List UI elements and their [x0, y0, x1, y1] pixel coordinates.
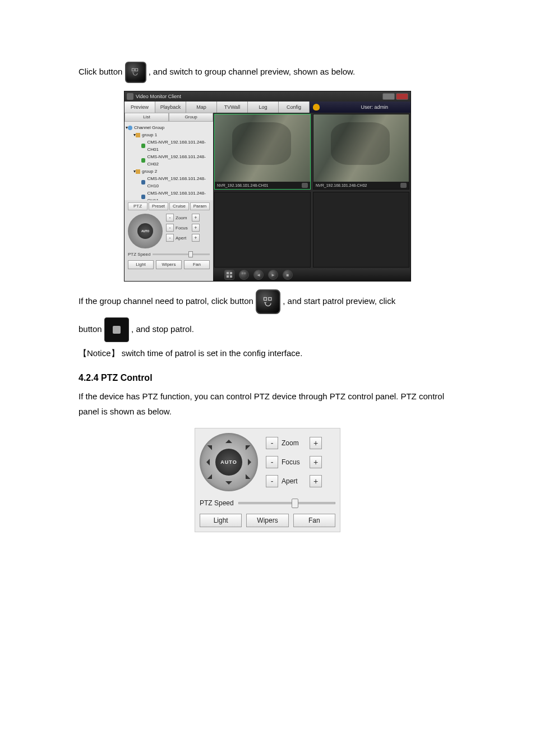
- video-feed: [313, 114, 409, 182]
- user-icon: [313, 104, 320, 110]
- tab-log[interactable]: Log: [248, 102, 279, 113]
- patrol-stop-icon: [104, 317, 129, 342]
- ptz-panel-mini: PTZ Preset Cruise Param AUTO -Zoom+ -Foc…: [124, 200, 213, 281]
- zoom-out-button[interactable]: -: [266, 437, 278, 449]
- ptz-tab-preset[interactable]: Preset: [149, 202, 168, 210]
- svg-rect-1: [135, 68, 138, 71]
- video-tile-3[interactable]: [214, 192, 311, 268]
- group-switch-icon: [125, 62, 146, 83]
- apert-label: Apert: [282, 477, 306, 485]
- fan-button[interactable]: Fan: [293, 514, 335, 527]
- focus-label: Focus: [176, 225, 190, 231]
- tree-item[interactable]: CMS-NVR_192.168.101.248-CH11: [126, 190, 212, 200]
- user-label: User: admin: [361, 104, 388, 110]
- tree-group-1[interactable]: ▾ group 1: [126, 131, 212, 139]
- wipers-button[interactable]: Wipers: [246, 514, 288, 527]
- apert-label: Apert: [176, 236, 190, 241]
- sidebar-tab-list[interactable]: List: [124, 113, 169, 122]
- light-button[interactable]: Light: [200, 514, 242, 527]
- prev-button[interactable]: ◄: [253, 270, 264, 280]
- ptz-speed-label: PTZ Speed: [200, 499, 234, 507]
- ptz-upleft-button[interactable]: [207, 441, 217, 450]
- tree-group-2[interactable]: ▾ group 2: [126, 168, 212, 175]
- zoom-out-button[interactable]: -: [166, 214, 174, 222]
- world-icon: [128, 126, 132, 130]
- light-button[interactable]: Light: [128, 260, 154, 269]
- ptz-dpad[interactable]: AUTO: [128, 214, 163, 248]
- paragraph: Click button , and switch to group chann…: [79, 62, 456, 83]
- ptz-tab-ptz[interactable]: PTZ: [128, 202, 147, 210]
- ptz-auto-button[interactable]: AUTO: [215, 449, 242, 476]
- minimize-button[interactable]: [382, 93, 395, 100]
- ptz-tab-param[interactable]: Param: [190, 202, 210, 210]
- ptz-auto-button[interactable]: AUTO: [137, 223, 153, 239]
- focus-label: Focus: [282, 458, 306, 466]
- slider-thumb[interactable]: [292, 499, 298, 508]
- sidebar: List Group ▾ Channel Group ▾ group 1 CMS…: [124, 113, 213, 281]
- wipers-button[interactable]: Wipers: [156, 260, 182, 269]
- text-after-icon: , and switch to group channel preview, s…: [149, 67, 356, 76]
- paragraph-patrol: If the group channel need to patrol, cli…: [79, 289, 456, 314]
- record-icon[interactable]: [400, 183, 407, 188]
- close-button[interactable]: [396, 93, 408, 100]
- svg-rect-8: [264, 298, 267, 301]
- fan-button[interactable]: Fan: [184, 260, 210, 269]
- focus-in-button[interactable]: +: [310, 456, 322, 468]
- video-tile-2[interactable]: NVR_192.168.101.248-CH02: [313, 114, 409, 190]
- ptz-dpad: AUTO: [200, 433, 258, 491]
- channel-tree: ▾ Channel Group ▾ group 1 CMS-NVR_192.16…: [124, 122, 213, 200]
- app-window: Video Monitor Client Preview Playback Ma…: [124, 91, 411, 282]
- titlebar: Video Monitor Client: [124, 91, 411, 102]
- ptz-up-button[interactable]: [225, 436, 232, 443]
- apert-in-button[interactable]: +: [310, 475, 322, 487]
- apert-out-button[interactable]: -: [266, 475, 278, 487]
- tree-root[interactable]: ▾ Channel Group: [126, 124, 212, 131]
- zoom-in-button[interactable]: +: [192, 214, 200, 222]
- focus-out-button[interactable]: -: [166, 224, 174, 232]
- ptz-intro-paragraph: If the device has PTZ function, you can …: [79, 389, 456, 419]
- tab-preview[interactable]: Preview: [124, 102, 155, 113]
- camera-icon: [141, 195, 145, 199]
- ptz-speed-label: PTZ Speed: [128, 252, 150, 257]
- patrol-start-icon: [256, 289, 280, 314]
- section-heading-ptz: 4.2.4 PTZ Control: [79, 373, 456, 383]
- record-icon[interactable]: [302, 183, 308, 188]
- user-area: User: admin: [310, 102, 411, 113]
- next-button[interactable]: ►: [268, 270, 278, 280]
- stop-button[interactable]: ■: [283, 270, 293, 280]
- group-patrol-button[interactable]: [239, 270, 249, 280]
- ptz-downleft-button[interactable]: [207, 474, 217, 484]
- tab-playback[interactable]: Playback: [155, 102, 186, 113]
- tree-item[interactable]: CMS-NVR_192.168.101.248-CH01: [126, 139, 212, 153]
- ptz-tab-cruise[interactable]: Cruise: [169, 202, 189, 210]
- apert-out-button[interactable]: -: [166, 234, 174, 242]
- camera-icon: [141, 144, 145, 148]
- tab-tvwall[interactable]: TVWall: [217, 102, 248, 113]
- ptz-speed-slider[interactable]: [238, 502, 335, 504]
- sidebar-tab-group[interactable]: Group: [169, 113, 213, 122]
- main-menu: Preview Playback Map TVWall Log Config U…: [124, 102, 411, 113]
- svg-rect-9: [269, 298, 271, 301]
- ptz-downright-button[interactable]: [241, 474, 251, 484]
- tree-item[interactable]: CMS-NVR_192.168.101.248-CH10: [126, 175, 212, 190]
- video-tile-1[interactable]: NVR_192.168.101.248-CH01: [214, 114, 311, 190]
- apert-in-button[interactable]: +: [192, 234, 200, 242]
- layout-button[interactable]: [224, 270, 234, 280]
- svg-rect-7: [244, 273, 246, 274]
- video-feed: [215, 114, 310, 182]
- tab-map[interactable]: Map: [186, 102, 217, 113]
- zoom-label: Zoom: [176, 215, 190, 220]
- focus-in-button[interactable]: +: [192, 224, 200, 232]
- tab-config[interactable]: Config: [279, 102, 310, 113]
- zoom-in-button[interactable]: +: [310, 437, 322, 449]
- ptz-right-button[interactable]: [248, 459, 255, 465]
- camera-icon: [141, 158, 145, 163]
- ptz-upright-button[interactable]: [241, 441, 251, 450]
- ptz-left-button[interactable]: [203, 459, 210, 465]
- tree-item[interactable]: CMS-NVR_192.168.101.248-CH02: [126, 153, 212, 168]
- ptz-down-button[interactable]: [225, 481, 232, 488]
- svg-rect-3: [230, 272, 232, 274]
- video-tile-4[interactable]: [313, 192, 409, 268]
- ptz-speed-slider[interactable]: [153, 253, 210, 255]
- focus-out-button[interactable]: -: [266, 456, 278, 468]
